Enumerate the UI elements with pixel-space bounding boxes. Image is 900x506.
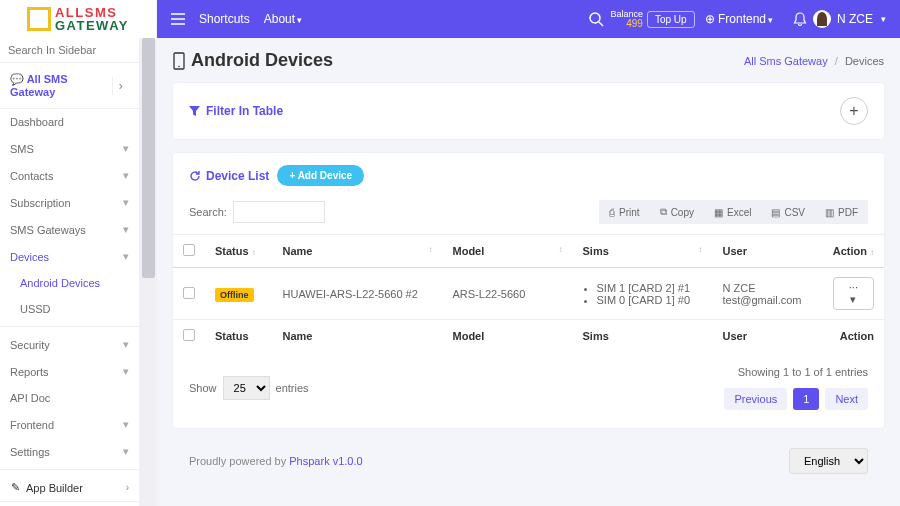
row-action-button[interactable]: ··· ▾ (833, 277, 874, 310)
pager-prev[interactable]: Previous (724, 388, 787, 410)
svg-point-2 (178, 65, 180, 67)
pdf-button[interactable]: ▥PDF (815, 200, 868, 224)
sidebar-item-frontend2[interactable]: ⊕Frontend› (0, 502, 139, 506)
table-row: Offline HUAWEI-ARS-L22-5660 #2 ARS-L22-5… (173, 268, 884, 320)
excel-button[interactable]: ▦Excel (704, 200, 761, 224)
sidebar-item-sms[interactable]: SMS▾ (0, 135, 139, 162)
add-filter-button[interactable]: + (840, 97, 868, 125)
col-model[interactable]: Model↕ (443, 235, 573, 268)
sidebar-item-reports[interactable]: Reports▾ (0, 358, 139, 385)
status-badge: Offline (215, 288, 254, 302)
sidebar-item-devices[interactable]: Devices▾ (0, 243, 139, 270)
row-checkbox[interactable] (183, 287, 195, 299)
sidebar-item-api-doc[interactable]: API Doc (0, 385, 139, 411)
export-buttons: ⎙Print ⧉Copy ▦Excel ▤CSV ▥PDF (599, 200, 868, 224)
bell-icon[interactable] (793, 12, 807, 27)
logo-icon (27, 7, 51, 31)
sidebar-item-security[interactable]: Security▾ (0, 331, 139, 358)
pagination-info: Showing 1 to 1 of 1 entries (724, 366, 868, 378)
sidebar-item-contacts[interactable]: Contacts▾ (0, 162, 139, 189)
copy-icon: ⧉ (660, 206, 667, 218)
pager-current[interactable]: 1 (793, 388, 819, 410)
table-search-input[interactable] (233, 201, 325, 223)
nav-about[interactable]: About▾ (264, 12, 302, 26)
sidebar-item-sms-gateways[interactable]: SMS Gateways▾ (0, 216, 139, 243)
breadcrumb: All Sms Gateway / Devices (744, 55, 884, 67)
footer-link[interactable]: Phspark v1.0.0 (289, 455, 362, 467)
col-user[interactable]: User (713, 235, 823, 268)
pdf-icon: ▥ (825, 207, 834, 218)
col-action: Action↕ (823, 235, 884, 268)
svg-point-0 (590, 13, 600, 23)
cell-user: N ZCE test@gmail.com (713, 268, 823, 320)
main-content: Android Devices All Sms Gateway / Device… (157, 38, 900, 506)
refresh-icon[interactable] (189, 170, 201, 182)
cell-sims: SIM 1 [CARD 2] #1 SIM 0 [CARD 1] #0 (573, 268, 713, 320)
csv-icon: ▤ (771, 207, 780, 218)
sidebar: 💬 All SMS Gateway › Dashboard SMS▾ Conta… (0, 38, 140, 506)
add-device-button[interactable]: + Add Device (277, 165, 364, 186)
logo-text: ALLSMS GATEWAY (55, 6, 129, 32)
breadcrumb-root[interactable]: All Sms Gateway (744, 55, 828, 67)
col-status[interactable]: Status↕ (205, 235, 273, 268)
cell-name: HUAWEI-ARS-L22-5660 #2 (273, 268, 443, 320)
user-menu[interactable]: N ZCE▾ (813, 10, 886, 28)
cell-model: ARS-L22-5660 (443, 268, 573, 320)
print-icon: ⎙ (609, 207, 615, 218)
devices-table: Status↕ Name↕ Model↕ Sims↕ User Action↕ … (173, 234, 884, 352)
nav-shortcuts[interactable]: Shortcuts (199, 12, 250, 26)
topbar: Shortcuts About▾ Balance 499 Top Up ⊕ Fr… (157, 0, 900, 38)
sidebar-item-dashboard[interactable]: Dashboard (0, 109, 139, 135)
device-list-title: Device List (189, 169, 269, 183)
page-title: Android Devices (173, 50, 333, 71)
csv-button[interactable]: ▤CSV (761, 200, 815, 224)
sidebar-sub-ussd[interactable]: USSD (0, 296, 139, 322)
print-button[interactable]: ⎙Print (599, 200, 650, 224)
pen-icon: ✎ (10, 481, 20, 494)
balance-display: Balance 499 (610, 10, 643, 29)
search-icon[interactable] (589, 12, 604, 27)
search-label: Search: (189, 206, 227, 218)
sidebar-item-app-builder[interactable]: ✎App Builder› (0, 474, 139, 502)
col-name[interactable]: Name↕ (273, 235, 443, 268)
filter-icon (189, 106, 200, 117)
sidebar-item-settings[interactable]: Settings▾ (0, 438, 139, 465)
avatar (813, 10, 831, 28)
select-all-checkbox[interactable] (183, 244, 195, 256)
chevron-right-icon[interactable]: › (112, 77, 129, 95)
sidebar-item-frontend[interactable]: Frontend▾ (0, 411, 139, 438)
phone-icon (173, 52, 185, 70)
select-all-checkbox-footer[interactable] (183, 329, 195, 341)
pager-next[interactable]: Next (825, 388, 868, 410)
page-footer: Proudly powered by Phspark v1.0.0 Englis… (173, 442, 884, 480)
filter-toggle[interactable]: Filter In Table (189, 104, 283, 118)
copy-button[interactable]: ⧉Copy (650, 200, 704, 224)
sidebar-item-subscription[interactable]: Subscription▾ (0, 189, 139, 216)
breadcrumb-leaf: Devices (845, 55, 884, 67)
sidebar-sub-android-devices[interactable]: Android Devices (0, 270, 139, 296)
entries-select[interactable]: 25 (223, 376, 270, 400)
sidebar-scrollbar[interactable] (140, 38, 157, 506)
brand-logo[interactable]: ALLSMS GATEWAY (0, 0, 157, 38)
excel-icon: ▦ (714, 207, 723, 218)
sidebar-home-link[interactable]: 💬 All SMS Gateway (10, 73, 112, 98)
language-select[interactable]: English (789, 448, 868, 474)
frontend-menu[interactable]: ⊕ Frontend▾ (705, 12, 773, 26)
hamburger-icon[interactable] (171, 13, 185, 25)
topup-button[interactable]: Top Up (647, 11, 695, 28)
pager: Previous 1 Next (724, 388, 868, 410)
sidebar-search-input[interactable] (0, 38, 139, 63)
col-sims[interactable]: Sims↕ (573, 235, 713, 268)
